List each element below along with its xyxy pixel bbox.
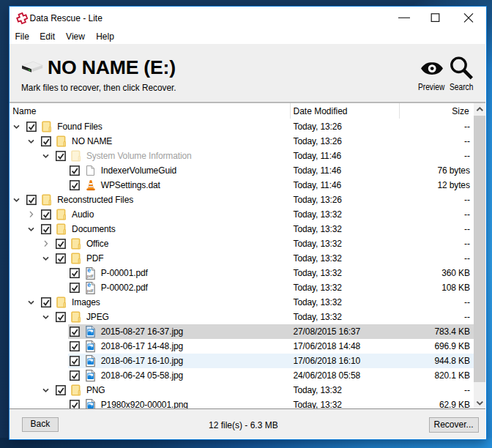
svg-text:pdf: pdf [87,288,94,293]
svg-text:e: e [87,266,91,274]
svg-text:e: e [87,281,91,288]
svg-text:pdf: pdf [87,274,94,278]
